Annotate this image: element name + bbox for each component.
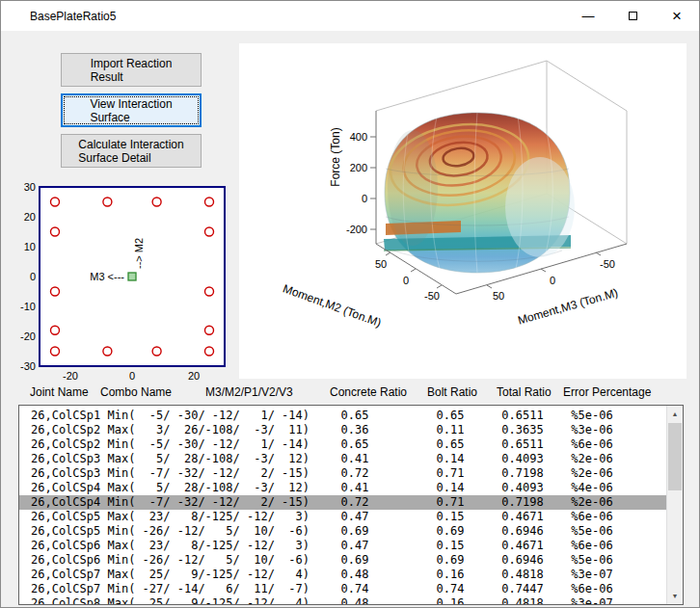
table-cell: %3e-06: [552, 423, 633, 437]
scrollbar-thumb[interactable]: [668, 423, 682, 490]
table-cell: 0.69: [326, 553, 384, 568]
table-row[interactable]: 26,ColCSp4 Max( 5/ 28/-108/ -3/ 12)0.410…: [19, 481, 666, 495]
table-cell: 0.15: [417, 510, 484, 524]
y-tick-label: 0: [550, 275, 555, 286]
table-cell: 0.48: [326, 596, 384, 604]
table-cell: 0.6946: [487, 553, 558, 568]
table-row[interactable]: 26,ColCSp7 Min( -27/ -14/ 6/ 11/ -7)0.74…: [19, 582, 666, 596]
z-tick-label: 0: [362, 193, 367, 204]
table-cell: 0.72: [326, 495, 384, 510]
table-cell: 26,ColCSp4 Min( -7/ -32/ -12/ 2/ -15): [31, 495, 310, 510]
calculate-interaction-surface-detail-button[interactable]: Calculate Interaction Surface Detail: [61, 134, 202, 168]
close-button[interactable]: ×: [655, 1, 699, 31]
tick-label: -30: [20, 360, 36, 372]
table-row[interactable]: 26,ColCSp1 Min( -5/ -30/ -12/ 1/ -14)0.6…: [19, 409, 666, 423]
moment-m2-axis-label: Moment,M2 (Ton.M): [282, 281, 384, 330]
table-cell: %3e-07: [552, 596, 633, 604]
table-cell: 0.6511: [487, 437, 558, 452]
table-cell: 26,ColCSp2 Min( -5/ -30/ -12/ 1/ -14): [31, 437, 310, 452]
table-cell: 26,ColCSp6 Min( -26/ -12/ 5/ 10/ -6): [31, 553, 310, 568]
minimize-button[interactable]: —: [566, 1, 610, 31]
column-header-total-ratio: Total Ratio: [497, 385, 552, 399]
column-header-joint-name: Joint Name: [30, 385, 89, 399]
table-cell: 26,ColCSp3 Max( 5/ 28/-108/ -3/ 12): [31, 452, 310, 466]
button-label: Result: [91, 70, 123, 84]
table-cell: 26,ColCSp7 Min( -27/ -14/ 6/ 11/ -7): [31, 582, 310, 596]
vertical-scrollbar[interactable]: ▲ ▼: [666, 406, 683, 604]
column-header-combo-name: Combo Name: [100, 385, 172, 399]
table-cell: 0.6946: [487, 524, 558, 539]
table-cell: 0.72: [326, 466, 384, 481]
table-cell: 0.41: [326, 481, 384, 495]
table-cell: %5e-06: [552, 553, 633, 568]
close-icon: ×: [672, 7, 682, 26]
button-label: View Interaction: [90, 97, 172, 111]
table-cell: 0.36: [326, 423, 384, 437]
table-cell: 0.4093: [487, 452, 558, 466]
table-cell: 26,ColCSp5 Min( -26/ -12/ 5/ 10/ -6): [31, 524, 310, 539]
maximize-icon: [629, 12, 637, 20]
x-tick-label: -50: [424, 290, 440, 302]
z-tick-label: 400: [350, 131, 367, 143]
table-cell: 0.3635: [487, 423, 558, 437]
table-cell: %2e-06: [552, 452, 633, 466]
interaction-surface-plot: 400 200 0 -200 50 0 -50 50 0 -50 Force (…: [239, 43, 687, 379]
scroll-down-button[interactable]: ▼: [667, 588, 683, 604]
scroll-up-button[interactable]: ▲: [667, 406, 683, 422]
bolt-layout-plot: 3020100-10-20-30-20020 --> M2 M3 <---: [14, 180, 236, 388]
table-row[interactable]: 26,ColCSp2 Min( -5/ -30/ -12/ 1/ -14)0.6…: [19, 437, 666, 452]
column-header-bolt-ratio: Bolt Ratio: [427, 385, 477, 399]
column-header-error-percentage: Error Percentage: [563, 385, 651, 399]
table-cell: 0.16: [417, 568, 484, 582]
table-row[interactable]: 26,ColCSp4 Min( -7/ -32/ -12/ 2/ -15)0.7…: [19, 495, 666, 510]
table-cell: 0.48: [326, 568, 384, 582]
table-cell: %4e-06: [552, 481, 633, 495]
table-cell: 0.4093: [487, 481, 558, 495]
table-cell: 0.4818: [487, 596, 558, 604]
table-cell: 0.65: [417, 409, 484, 423]
tick-label: -20: [20, 330, 36, 342]
table-cell: 0.7447: [487, 582, 558, 596]
moment-m3-axis-label: Moment,M3 (Ton.M): [516, 286, 619, 328]
table-cell: 0.14: [417, 452, 484, 466]
column-header-forces: M3/M2/P1/V2/V3: [205, 385, 293, 399]
table-cell: %6e-06: [552, 582, 633, 596]
table-row[interactable]: 26,ColCSp3 Min( -7/ -32/ -12/ 2/ -15)0.7…: [19, 466, 666, 481]
m3-axis-arrow-label: M3 <---: [90, 271, 124, 282]
table-cell: %5e-06: [552, 524, 633, 539]
button-label: Calculate Interaction: [78, 138, 183, 151]
table-row[interactable]: 26,ColCSp5 Max( 23/ 8/-125/ -12/ 3)0.470…: [19, 510, 666, 524]
x-tick-label: 50: [375, 258, 387, 270]
table-row[interactable]: 26,ColCSp6 Min( -26/ -12/ 5/ 10/ -6)0.69…: [19, 553, 666, 568]
table-row[interactable]: 26,ColCSp3 Max( 5/ 28/-108/ -3/ 12)0.410…: [19, 452, 666, 466]
title-bar[interactable]: BasePlateRatio5 — ×: [1, 1, 699, 31]
table-cell: 0.65: [326, 437, 384, 452]
table-row[interactable]: 26,ColCSp8 Max( 25/ 9/-125/ -12/ 4)0.480…: [19, 596, 666, 604]
table-cell: 26,ColCSp8 Max( 25/ 9/-125/ -12/ 4): [31, 596, 310, 604]
table-row[interactable]: 26,ColCSp2 Max( 3/ 26/-108/ -3/ 11)0.360…: [19, 423, 666, 437]
table-cell: 0.74: [326, 582, 384, 596]
table-cell: 26,ColCSp1 Min( -5/ -30/ -12/ 1/ -14): [31, 409, 310, 423]
tick-label: 0: [129, 370, 135, 382]
view-interaction-surface-button[interactable]: View Interaction Surface: [61, 93, 202, 127]
button-label: Surface Detail: [78, 151, 150, 165]
app-window: BasePlateRatio5 — × Import Reaction Resu…: [0, 0, 700, 608]
table-row[interactable]: 26,ColCSp5 Min( -26/ -12/ 5/ 10/ -6)0.69…: [19, 524, 666, 539]
anchor-point: [128, 273, 136, 280]
table-cell: 26,ColCSp7 Max( 25/ 9/-125/ -12/ 4): [31, 568, 310, 582]
maximize-button[interactable]: [610, 1, 655, 31]
table-row[interactable]: 26,ColCSp6 Max( 23/ 8/-125/ -12/ 3)0.470…: [19, 539, 666, 553]
table-cell: %6e-06: [552, 437, 633, 452]
table-cell: 0.4818: [487, 568, 558, 582]
table-cell: 0.4671: [487, 539, 558, 553]
results-listbox[interactable]: 26,ColCSp1 Min( -5/ -30/ -12/ 1/ -14)0.6…: [18, 405, 684, 605]
import-reaction-result-button[interactable]: Import Reaction Result: [61, 53, 202, 87]
table-row[interactable]: 26,ColCSp7 Max( 25/ 9/-125/ -12/ 4)0.480…: [19, 568, 666, 582]
table-cell: 0.69: [417, 524, 484, 539]
window-title: BasePlateRatio5: [1, 10, 116, 23]
table-cell: 0.16: [417, 596, 484, 604]
tick-label: -10: [20, 301, 36, 312]
column-header-concrete-ratio: Concrete Ratio: [330, 385, 407, 399]
button-label: Surface: [90, 111, 129, 124]
table-cell: 0.74: [417, 582, 484, 596]
